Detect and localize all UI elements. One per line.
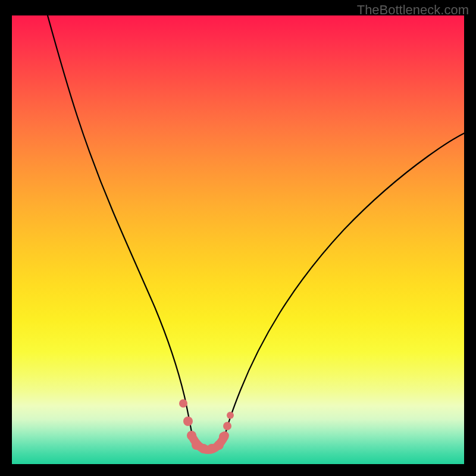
watermark-text: TheBottleneck.com — [357, 2, 469, 18]
chart-frame: TheBottleneck.com — [0, 0, 476, 476]
curve-right — [225, 133, 464, 436]
marker-dot — [179, 399, 187, 408]
chart-svg — [12, 15, 464, 464]
marker-dot — [227, 412, 234, 419]
curve-left — [48, 15, 192, 436]
marker-stroke — [192, 436, 225, 450]
plot-area — [12, 15, 464, 464]
marker-dot — [223, 422, 231, 430]
marker-dot — [183, 416, 193, 426]
